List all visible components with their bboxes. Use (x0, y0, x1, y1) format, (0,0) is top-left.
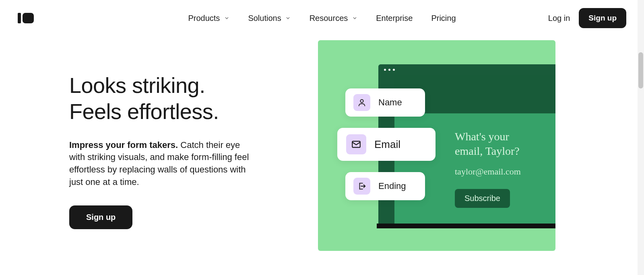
window-dot-icon (393, 69, 395, 71)
chevron-down-icon (224, 15, 229, 21)
chip-label: Ending (378, 181, 406, 191)
logo-bar (18, 13, 21, 23)
header-actions: Log in Sign up (548, 8, 626, 28)
window-dot-icon (384, 69, 386, 71)
form-chip-name: Name (345, 88, 425, 117)
mock-subscribe-button: Subscribe (455, 189, 510, 208)
chip-label: Email (374, 138, 400, 151)
nav-item-products[interactable]: Products (188, 14, 229, 23)
scrollbar-track[interactable] (638, 0, 644, 275)
header: Products Solutions Resources Enterprise … (0, 0, 644, 36)
hero-title-line2: Feels effortless. (69, 99, 219, 123)
nav-item-solutions[interactable]: Solutions (248, 14, 291, 23)
mock-email-value: taylor@email.com (455, 166, 521, 177)
nav-label: Solutions (248, 14, 281, 23)
nav-label: Products (188, 14, 220, 23)
signup-button-hero[interactable]: Sign up (69, 205, 132, 229)
logo-square (23, 13, 34, 23)
logo[interactable] (18, 13, 34, 23)
mock-question: What's your email, Taylor? (455, 129, 520, 159)
mock-question-line2: email, Taylor? (455, 145, 520, 157)
main-nav: Products Solutions Resources Enterprise … (188, 14, 456, 23)
form-chip-email: Email (337, 128, 436, 161)
mock-question-line1: What's your (455, 130, 509, 143)
form-chip-ending: Ending (345, 172, 425, 200)
nav-label: Resources (310, 14, 348, 23)
hero-text: Looks striking. Feels effortless. Impres… (69, 72, 295, 229)
chip-label: Name (378, 97, 402, 108)
nav-item-pricing[interactable]: Pricing (431, 14, 456, 23)
nav-label: Pricing (431, 14, 456, 23)
login-link[interactable]: Log in (548, 14, 570, 23)
hero-title-line1: Looks striking. (69, 73, 205, 97)
mock-monitor-base (377, 224, 555, 228)
mail-icon (346, 134, 366, 154)
user-icon (353, 94, 370, 111)
hero-title: Looks striking. Feels effortless. (69, 72, 279, 125)
chevron-down-icon (285, 15, 291, 21)
signup-button-header[interactable]: Sign up (579, 8, 626, 28)
hero-illustration: What's your email, Taylor? taylor@email.… (318, 40, 555, 251)
exit-icon (353, 178, 370, 195)
mock-browser-titlebar (378, 64, 555, 75)
hero-description: Impress your form takers. Catch their ey… (69, 139, 254, 189)
window-dot-icon (388, 69, 390, 71)
scrollbar-thumb[interactable] (638, 52, 643, 88)
chevron-down-icon (352, 15, 357, 21)
nav-item-enterprise[interactable]: Enterprise (376, 14, 413, 23)
nav-label: Enterprise (376, 14, 413, 23)
nav-item-resources[interactable]: Resources (310, 14, 358, 23)
hero-desc-bold: Impress your form takers. (69, 140, 178, 150)
svg-point-0 (360, 100, 363, 103)
